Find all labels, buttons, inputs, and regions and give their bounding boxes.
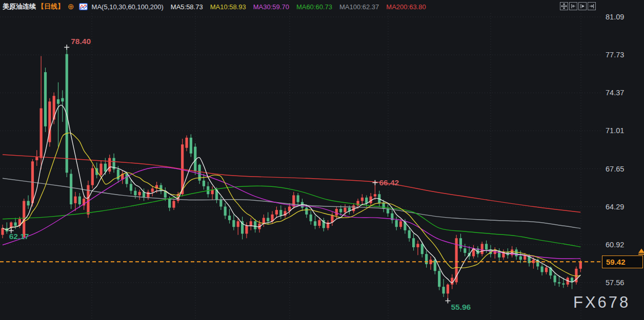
pan-move-icon[interactable] — [560, 2, 568, 10]
ma-indicator-label: MA(5,10,30,60,100,200) — [92, 3, 164, 11]
svg-text:67.65: 67.65 — [606, 165, 624, 173]
trading-chart-window: 81.0977.7374.3771.0167.6564.2960.9257.56… — [0, 0, 644, 320]
svg-text:66.42: 66.42 — [379, 178, 399, 187]
chart-toolbar — [560, 2, 596, 10]
circle-plus-icon[interactable]: ⊕ — [68, 3, 74, 10]
ma30-value: MA30:59.70 — [253, 3, 289, 11]
period-label: 【日线】 — [37, 2, 64, 11]
svg-text:71.01: 71.01 — [606, 126, 624, 135]
compress-to-start-icon[interactable] — [569, 2, 577, 10]
ma200-value: MA200:63.80 — [386, 3, 426, 11]
ma10-value: MA10:58.93 — [210, 3, 246, 11]
last-price-tag: 59.42 — [602, 255, 643, 268]
ma100-value: MA100:62.37 — [339, 3, 379, 11]
svg-text:60.92: 60.92 — [606, 241, 624, 249]
price-alert-icon[interactable] — [638, 248, 644, 258]
ma60-value: MA60:60.73 — [296, 3, 332, 11]
ma5-value: MA5:58.73 — [171, 3, 203, 11]
fx678-watermark: FX678 — [573, 293, 630, 312]
svg-text:74.37: 74.37 — [606, 89, 624, 97]
symbol-name: 美原油连续 — [3, 2, 36, 11]
svg-text:81.09: 81.09 — [606, 13, 624, 21]
svg-text:64.29: 64.29 — [606, 203, 624, 211]
indicator-chart-icon[interactable] — [79, 3, 88, 10]
chart-header: 美原油连续 【日线】 ⊕ MA(5,10,30,60,100,200) MA5:… — [3, 2, 426, 11]
svg-text:62.17: 62.17 — [9, 232, 29, 241]
svg-text:77.73: 77.73 — [606, 51, 624, 59]
candlestick-chart-canvas[interactable]: 81.0977.7374.3771.0167.6564.2960.9257.56… — [0, 0, 644, 320]
svg-text:57.56: 57.56 — [606, 279, 624, 287]
svg-text:55.96: 55.96 — [451, 303, 471, 311]
svg-text:78.40: 78.40 — [71, 37, 91, 46]
auto-play-icon[interactable] — [578, 2, 587, 10]
goto-latest-icon[interactable] — [588, 2, 596, 10]
